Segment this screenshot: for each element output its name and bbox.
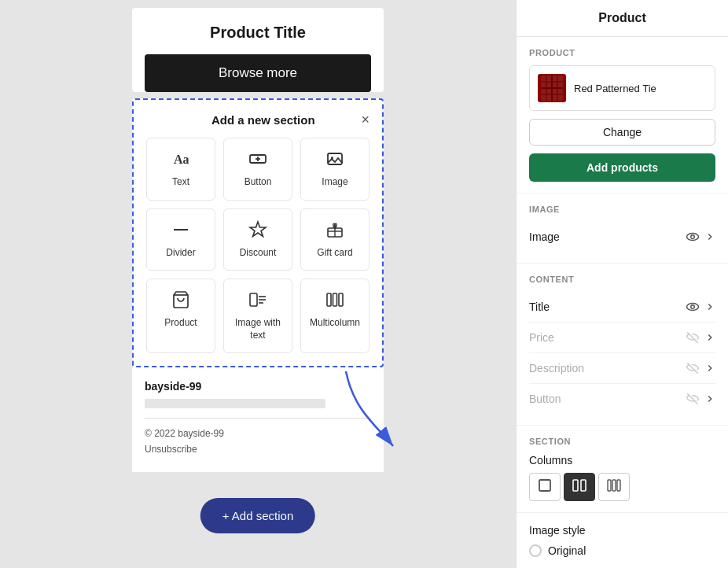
col-option-1[interactable] (529, 473, 561, 501)
radio-original-label: Original (548, 544, 586, 557)
svg-point-26 (687, 234, 699, 241)
image-row-actions (686, 230, 715, 244)
col-option-2[interactable] (564, 473, 595, 501)
svg-rect-34 (573, 480, 578, 491)
product-card: Red Patterned Tie (529, 65, 715, 111)
section-item-image-with-text-label: Image with text (230, 317, 285, 341)
svg-rect-11 (250, 293, 257, 306)
product-thumb-svg (541, 76, 563, 101)
description-actions (686, 361, 715, 375)
image-chevron-button[interactable] (704, 231, 715, 242)
section-item-multicolumn[interactable]: Multicolumn (300, 278, 370, 353)
section-item-image-label: Image (322, 176, 347, 189)
image-section-label: IMAGE (529, 205, 715, 214)
section-item-divider[interactable]: Divider (146, 208, 215, 271)
svg-rect-35 (581, 480, 586, 491)
product-name: Red Patterned Tie (574, 83, 656, 94)
add-products-button[interactable]: Add products (529, 153, 715, 182)
image-style-label: Image style (529, 524, 715, 537)
section-item-product-label: Product (164, 317, 197, 330)
section-grid: Aa Text Button (146, 138, 370, 353)
section-item-text[interactable]: Aa Text (146, 138, 215, 201)
button-actions (686, 392, 715, 406)
product-title: Product Title (148, 24, 368, 42)
section-item-gift-card-label: Gift card (317, 247, 352, 260)
modal-header: Add a new section × (146, 112, 370, 127)
close-button[interactable]: × (361, 112, 370, 127)
content-panel-section: CONTENT Title Price (517, 264, 728, 426)
product-title-area: Product Title (132, 8, 384, 54)
product-thumbnail (538, 74, 566, 102)
product-label: PRODUCT (529, 48, 715, 57)
section-item-product[interactable]: Product (146, 278, 215, 353)
arrow-annotation (330, 363, 425, 458)
section-item-image[interactable]: Image (300, 138, 370, 201)
svg-rect-38 (617, 480, 620, 491)
col-option-3[interactable] (598, 473, 630, 501)
product-panel-section: PRODUCT Red Patterned Tie Change Add pro… (517, 37, 728, 194)
title-visibility-button[interactable] (686, 300, 700, 314)
title-actions (686, 300, 715, 314)
image-style-section: Image style Original (517, 513, 728, 568)
description-visibility-button[interactable] (686, 361, 700, 375)
content-description-label: Description (529, 362, 584, 374)
content-description-row: Description (529, 353, 715, 384)
main-area: Product Title Browse more Add a new sect… (0, 0, 516, 568)
image-panel-section: IMAGE Image (517, 194, 728, 264)
svg-rect-33 (539, 480, 550, 491)
section-item-button-label: Button (245, 176, 272, 189)
section-item-button[interactable]: Button (223, 138, 292, 201)
add-section-modal: Add a new section × Aa Text (132, 98, 384, 367)
section-item-gift-card[interactable]: Gift card (300, 208, 370, 271)
price-visibility-button[interactable] (686, 330, 700, 345)
image-icon (325, 149, 344, 172)
description-chevron-button[interactable] (704, 363, 715, 374)
blurred-content (145, 399, 325, 408)
price-actions (686, 330, 715, 345)
section-item-discount[interactable]: Discount (223, 208, 292, 271)
content-button-label: Button (529, 393, 561, 405)
columns-section: SECTION Columns (517, 426, 728, 513)
section-item-image-with-text[interactable]: Image with text (223, 278, 292, 353)
content-section-label: CONTENT (529, 275, 715, 284)
image-with-text-icon (248, 290, 267, 312)
section-item-multicolumn-label: Multicolumn (310, 317, 360, 330)
divider-icon (171, 220, 190, 242)
modal-title: Add a new section (165, 113, 361, 127)
add-section-button[interactable]: + Add section (200, 498, 315, 533)
content-title-row: Title (529, 292, 715, 323)
title-chevron-button[interactable] (704, 301, 715, 312)
content-price-label: Price (529, 331, 554, 344)
svg-rect-15 (327, 293, 331, 306)
radio-original-circle (529, 544, 542, 557)
svg-rect-17 (339, 293, 343, 306)
svg-point-29 (691, 305, 695, 309)
image-style-original[interactable]: Original (529, 544, 715, 557)
browse-more-button[interactable]: Browse more (145, 54, 371, 92)
button-chevron-button[interactable] (704, 393, 715, 404)
button-visibility-button[interactable] (686, 392, 700, 406)
section-item-text-label: Text (172, 176, 189, 189)
discount-icon (248, 220, 267, 242)
multicolumn-icon (325, 290, 344, 312)
price-chevron-button[interactable] (704, 332, 715, 343)
section-item-divider-label: Divider (166, 247, 195, 260)
panel-title: Product (517, 0, 728, 37)
svg-point-27 (691, 235, 695, 239)
section-label: SECTION (529, 437, 715, 446)
product-icon (171, 290, 190, 312)
columns-options (529, 473, 715, 501)
svg-rect-37 (612, 480, 616, 491)
columns-label: Columns (529, 454, 715, 467)
image-visibility-button[interactable] (686, 230, 700, 244)
svg-text:Aa: Aa (174, 153, 189, 166)
image-row-label: Image (529, 231, 560, 243)
preview-container: Product Title Browse more (132, 8, 384, 92)
text-icon: Aa (171, 149, 190, 172)
right-panel: Product PRODUCT Red Patterned Tie Change… (516, 0, 728, 568)
section-item-discount-label: Discount (240, 247, 277, 260)
button-icon (248, 149, 267, 172)
content-title-label: Title (529, 301, 550, 313)
svg-rect-36 (608, 480, 611, 491)
change-button[interactable]: Change (529, 119, 715, 146)
